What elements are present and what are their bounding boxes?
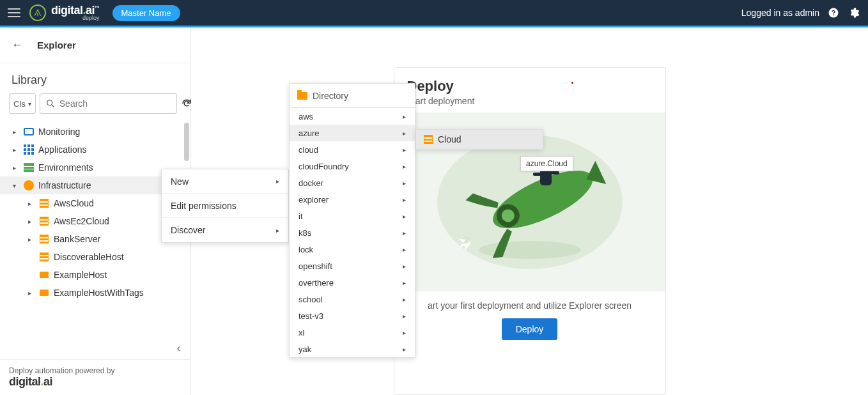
environments-icon [24,163,34,172]
svg-point-2 [47,100,52,105]
tree-item-monitoring[interactable]: ▸Monitoring [0,123,190,141]
ctx2-item-school[interactable]: school [290,291,415,307]
card-subtitle: Start deployment [407,96,653,106]
context-menu-azure-sub: Cloud [415,129,543,150]
tree-label: AwsEc2Cloud [54,216,109,226]
ctx2-item-explorer[interactable]: explorer [290,191,415,208]
top-bar: digital.ai™ deploy Master Name Logged in… [0,0,868,26]
tree-label: Infrastructure [38,180,91,190]
ctx3-label: Cloud [438,134,461,144]
infrastructure-icon [24,180,34,190]
explorer-header: ← Explorer [0,27,190,63]
server-icon [40,235,49,244]
ctx2-item-it[interactable]: it [290,208,415,224]
tree-label: Applications [38,144,87,155]
svg-rect-12 [550,171,559,174]
svg-rect-11 [533,173,542,176]
logo-text: digital.ai™ deploy [51,4,100,21]
ctx2-item-cloudfoundry[interactable]: cloudFoundry [290,158,415,174]
card-footer-text: art your first deployment and utilize Ex… [403,300,656,311]
ctx2-item-xl[interactable]: xl [290,324,415,341]
server-icon [40,199,49,208]
ctx-item-discover[interactable]: Discover [162,218,288,242]
tree-item-applications[interactable]: ▸Applications [0,141,190,159]
ctx2-item-azure[interactable]: azure [290,125,415,141]
tree-label: DiscoverableHost [54,252,124,262]
ctx2-item-yak[interactable]: yak [290,341,415,357]
collapse-sidebar-icon[interactable]: ‹ [0,337,190,359]
server-icon [424,135,433,144]
ctx2-item-cloud[interactable]: cloud [290,141,415,158]
scrollbar-thumb[interactable] [184,123,189,161]
ctx3-item-cloud[interactable]: Cloud [416,130,543,149]
tooltip-azure-cloud: azure.Cloud [520,156,573,171]
hamburger-menu-icon[interactable] [8,8,20,17]
svg-line-3 [52,105,54,107]
server-icon [40,252,49,261]
deploy-card: Deploy Start deployment [394,67,666,395]
ctx2-item-overthere[interactable]: overthere [290,274,415,291]
ctx2-item-openshift[interactable]: openshift [290,258,415,274]
tree-label: Environments [38,162,93,173]
tree-label: AwsCloud [54,198,94,208]
context-menu-new-types: Directory aws azure cloud cloudFoundry d… [289,83,415,358]
host-icon [40,290,49,296]
ctx2-header-label: Directory [313,91,348,101]
tree-label: ExampleHostWithTags [54,288,144,298]
ctx2-item-lock[interactable]: lock [290,241,415,258]
context-menu-infrastructure: New Edit permissions Discover [161,169,289,243]
help-icon[interactable]: ? [827,6,840,19]
master-badge[interactable]: Master Name [112,5,180,21]
host-icon [40,272,49,278]
red-dot-indicator [571,82,573,84]
ctx2-item-aws[interactable]: aws [290,108,415,125]
footer-logo: digital.ai [9,375,182,389]
ctx2-item-testv3[interactable]: test-v3 [290,307,415,324]
logo-icon [29,4,46,21]
footer-text: Deploy automation powered by [9,366,182,375]
deploy-button[interactable]: Deploy [502,318,558,340]
tree-label: Monitoring [38,127,80,137]
ctx-item-new[interactable]: New [162,169,288,194]
apps-icon [24,144,34,155]
card-title: Deploy [407,78,653,95]
explorer-title: Explorer [37,40,76,50]
search-icon [45,98,56,109]
ctx2-item-docker[interactable]: docker [290,174,415,191]
gear-icon[interactable] [848,6,860,19]
tree-label: ExampleHost [54,270,107,280]
tree-item-discoverablehost[interactable]: DiscoverableHost [0,248,190,266]
folder-icon [297,92,307,100]
sidebar-footer: Deploy automation powered by digital.ai [0,359,190,395]
svg-text:?: ? [832,9,835,17]
tree-item-examplehost[interactable]: ExampleHost [0,266,190,284]
cls-filter-select[interactable]: Cls [9,93,36,114]
logged-in-label: Logged in as admin [741,8,819,18]
library-title: Library [0,63,190,93]
search-input[interactable] [59,98,171,109]
ctx2-header: Directory [290,84,415,108]
tree-item-examplehostwithtags[interactable]: ▸ExampleHostWithTags [0,284,190,302]
search-box[interactable] [40,93,177,114]
server-icon [40,217,49,226]
monitor-icon [24,128,34,136]
tree-label: BankServer [54,234,100,244]
ctx2-item-k8s[interactable]: k8s [290,224,415,241]
back-arrow-icon[interactable]: ← [12,38,23,52]
ctx-item-edit-permissions[interactable]: Edit permissions [162,194,288,218]
